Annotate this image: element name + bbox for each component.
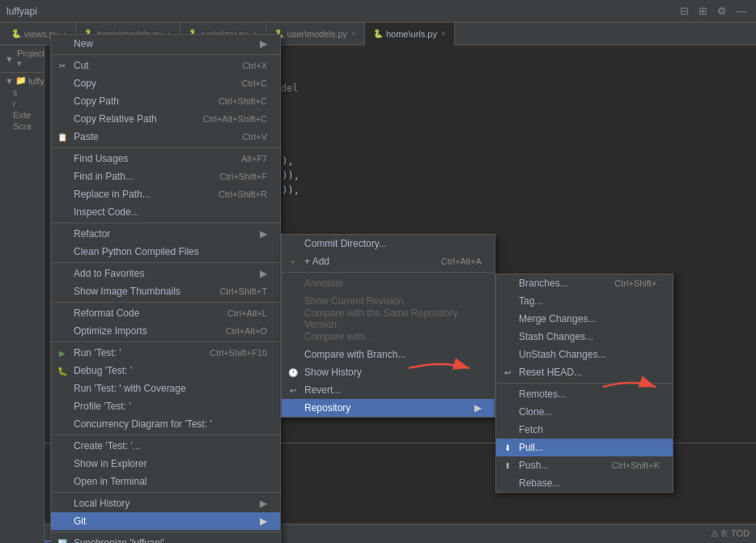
reset-head-icon: ↩ xyxy=(501,368,514,377)
menu-item-copy-path[interactable]: Copy Path Ctrl+Shift+C xyxy=(51,92,280,110)
history-icon: 🕐 xyxy=(287,368,299,377)
menu-item-pull[interactable]: ⬇ Pull... xyxy=(496,439,673,456)
separator-1 xyxy=(51,54,280,55)
menu-item-favorites[interactable]: Add to Favorites ▶ xyxy=(51,265,280,282)
menu-item-add[interactable]: + + Add Ctrl+Alt+A xyxy=(282,252,495,270)
add-icon: + xyxy=(287,257,299,266)
title-text: luffyapi xyxy=(6,6,37,17)
file-tree: ▼ 📁 luffy s r Exte Scra xyxy=(0,73,44,134)
toolbar-icon-layout[interactable]: ⊟ xyxy=(677,3,691,19)
tree-label: luffy xyxy=(28,76,45,86)
sidebar: ▼ Project ▾ ▼ 📁 luffy s r Exte Scra xyxy=(0,45,45,543)
menu-item-git[interactable]: Git ▶ xyxy=(51,512,280,530)
menu-item-tag[interactable]: Tag... xyxy=(496,292,673,310)
tree-item-luffyapi[interactable]: ▼ 📁 luffy xyxy=(3,74,40,87)
tab-icon-home-urls: 🐍 xyxy=(373,29,383,38)
separator-8 xyxy=(51,492,280,493)
tree-file-r: r xyxy=(13,99,16,108)
arrow-icon-repo: ▶ xyxy=(474,402,482,414)
menu-item-show-explorer[interactable]: Show in Explorer xyxy=(51,455,280,473)
separator-3 xyxy=(51,223,280,223)
menu-item-fetch[interactable]: Fetch xyxy=(496,421,673,439)
tree-file-ext: Exte xyxy=(13,110,31,120)
menu-item-new[interactable]: New ▶ xyxy=(51,35,280,53)
menu-item-unstash[interactable]: UnStash Changes... xyxy=(496,346,673,363)
menu-item-remotes[interactable]: Remotes... xyxy=(496,385,673,403)
push-icon: ⬆ xyxy=(501,461,514,470)
menu-item-refactor[interactable]: Refactor ▶ xyxy=(51,225,280,243)
git-sep-1 xyxy=(282,272,495,273)
menu-item-optimize[interactable]: Optimize Imports Ctrl+Alt+O xyxy=(51,322,280,340)
menu-item-debug[interactable]: 🐛 Debug 'Test: ' xyxy=(51,362,280,380)
menu-item-clone[interactable]: Clone... xyxy=(496,403,673,421)
menu-item-revert[interactable]: ↩ Revert... xyxy=(282,381,495,399)
menu-item-thumbnails[interactable]: Show Image Thumbnails Ctrl+Shift+T xyxy=(51,282,280,300)
toolbar-icon-minimize[interactable]: — xyxy=(734,3,750,19)
status-bar-text: ⚠ 8: TOD xyxy=(711,528,756,539)
project-header: ▼ Project ▾ xyxy=(0,45,44,73)
menu-item-profile[interactable]: Profile 'Test: ' xyxy=(51,397,280,415)
toolbar-icon-split[interactable]: ⊞ xyxy=(696,3,710,19)
tree-item-s[interactable]: s xyxy=(3,87,40,98)
menu-item-copy[interactable]: Copy Ctrl+C xyxy=(51,74,280,92)
menu-item-reset-head[interactable]: ↩ Reset HEAD... xyxy=(496,363,673,381)
revert-icon: ↩ xyxy=(287,386,299,395)
menu-item-run[interactable]: ▶ Run 'Test: ' Ctrl+Shift+F10 xyxy=(51,344,280,362)
paste-icon: 📋 xyxy=(56,133,69,142)
toolbar-icon-settings[interactable]: ⚙ xyxy=(715,3,729,19)
tree-arrow: ▼ xyxy=(5,76,14,86)
cut-icon: ✂ xyxy=(56,62,69,70)
menu-item-clean[interactable]: Clean Python Compiled Files xyxy=(51,243,280,261)
tree-item-r[interactable]: r xyxy=(3,98,40,109)
menu-item-create-test[interactable]: Create 'Test: '... xyxy=(51,437,280,455)
tree-file-s: s xyxy=(13,87,18,97)
tab-home-urls[interactable]: 🐍 home\urls.py × xyxy=(365,23,455,45)
project-fold-icon[interactable]: ▼ xyxy=(5,54,14,64)
project-label: Project ▾ xyxy=(17,49,45,69)
separator-7 xyxy=(51,435,280,435)
menu-item-concurrency[interactable]: Concurrency Diagram for 'Test: ' xyxy=(51,415,280,433)
tab-close-home-urls[interactable]: × xyxy=(441,29,446,38)
tab-close-user-models[interactable]: × xyxy=(351,29,356,38)
arrow-icon-refactor: ▶ xyxy=(260,228,267,240)
separator-2 xyxy=(51,147,280,148)
menu-item-find-in-path[interactable]: Find in Path... Ctrl+Shift+F xyxy=(51,168,280,185)
menu-item-local-history[interactable]: Local History ▶ xyxy=(51,494,280,512)
menu-item-find-usages[interactable]: Find Usages Alt+F7 xyxy=(51,150,280,168)
menu-item-rebase[interactable]: Rebase... xyxy=(496,474,673,492)
toolbar-icons: ⊟ ⊞ ⚙ — xyxy=(677,3,750,19)
menu-item-branches[interactable]: Branches... Ctrl+Shift+` xyxy=(496,274,673,292)
menu-item-compare-repo[interactable]: Compare with the Same Repository Version xyxy=(282,310,495,328)
menu-item-merge[interactable]: Merge Changes... xyxy=(496,310,673,328)
separator-9 xyxy=(51,532,280,532)
menu-item-compare-branch[interactable]: Compare with Branch... xyxy=(282,346,495,363)
menu-item-replace-in-path[interactable]: Replace in Path... Ctrl+Shift+R xyxy=(51,185,280,203)
menu-item-open-terminal[interactable]: Open in Terminal xyxy=(51,473,280,490)
git-submenu: Commit Directory... + + Add Ctrl+Alt+A A… xyxy=(281,234,495,418)
menu-item-copy-rel[interactable]: Copy Relative Path Ctrl+Alt+Shift+C xyxy=(51,110,280,128)
menu-item-annotate[interactable]: Annotate xyxy=(282,274,495,292)
menu-item-reformat[interactable]: Reformat Code Ctrl+Alt+L xyxy=(51,304,280,322)
menu-item-paste[interactable]: 📋 Paste Ctrl+V xyxy=(51,128,280,146)
menu-item-stash[interactable]: Stash Changes... xyxy=(496,328,673,346)
menu-item-repository[interactable]: Repository ▶ xyxy=(282,399,495,417)
separator-4 xyxy=(51,262,280,263)
menu-item-inspect[interactable]: Inspect Code... xyxy=(51,203,280,221)
tree-item-scra[interactable]: Scra xyxy=(3,121,40,132)
menu-item-synchronize[interactable]: 🔄 Synchronize 'luffyapi' xyxy=(51,534,280,543)
menu-item-cut[interactable]: ✂ Cut Ctrl+X xyxy=(51,57,280,74)
menu-item-commit-dir[interactable]: Commit Directory... xyxy=(282,235,495,252)
debug-icon: 🐛 xyxy=(56,367,69,375)
menu-item-show-history[interactable]: 🕐 Show History xyxy=(282,363,495,381)
run-icon: ▶ xyxy=(56,349,69,358)
separator-5 xyxy=(51,302,280,303)
pull-icon: ⬇ xyxy=(501,443,514,452)
repo-submenu: Branches... Ctrl+Shift+` Tag... Merge Ch… xyxy=(495,274,673,493)
menu-item-push[interactable]: ⬆ Push... Ctrl+Shift+K xyxy=(496,456,673,474)
arrow-icon-git: ▶ xyxy=(260,515,267,527)
menu-item-compare-with[interactable]: Compare with... xyxy=(282,328,495,346)
sync-icon: 🔄 xyxy=(56,539,69,544)
repo-sep-1 xyxy=(496,383,673,384)
tree-item-ext[interactable]: Exte xyxy=(3,109,40,121)
menu-item-run-coverage[interactable]: Run 'Test: ' with Coverage xyxy=(51,380,280,397)
